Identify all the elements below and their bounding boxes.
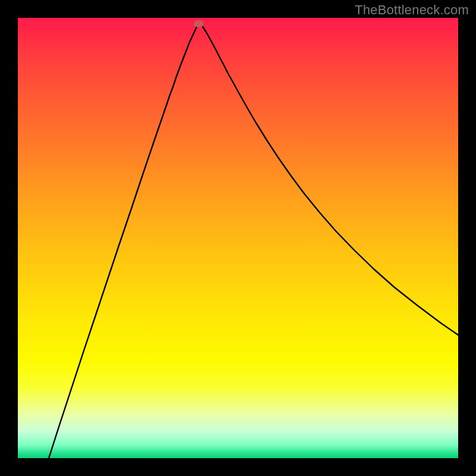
chart-frame: TheBottleneck.com bbox=[0, 0, 476, 476]
plot-area bbox=[18, 18, 458, 458]
watermark-text: TheBottleneck.com bbox=[355, 2, 469, 18]
bottleneck-curve bbox=[18, 18, 458, 458]
bottleneck-marker bbox=[194, 21, 203, 27]
